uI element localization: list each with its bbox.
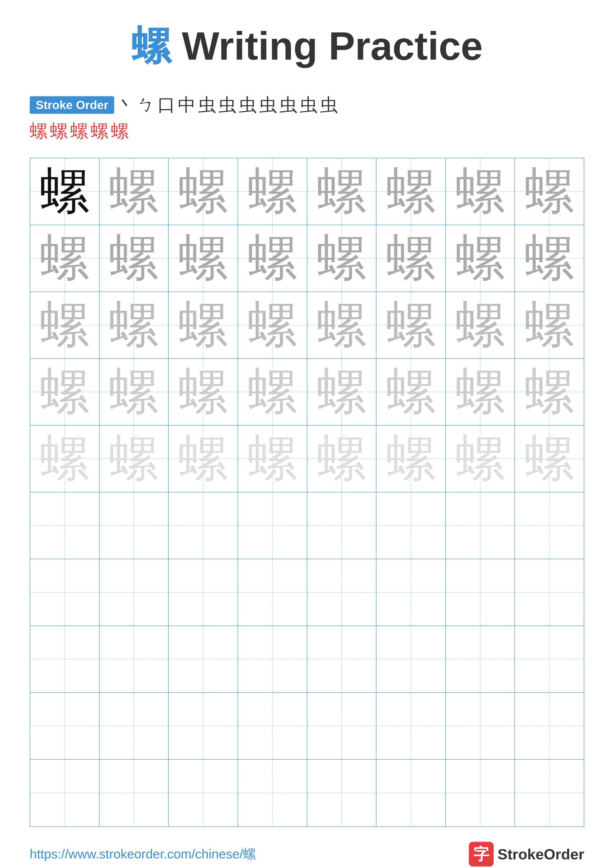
stroke-3: 口: [157, 93, 176, 117]
cell-3-4: 螺: [238, 292, 307, 359]
cell-9-2: [99, 693, 169, 760]
cell-8-2: [99, 626, 169, 693]
cell-6-8: [515, 492, 584, 559]
stroke-10: 虫: [300, 93, 317, 117]
cell-4-6: 螺: [376, 359, 446, 426]
cell-5-3: 螺: [169, 426, 238, 492]
char-4-6: 螺: [386, 367, 436, 417]
cell-1-5: 螺: [307, 158, 377, 225]
stroke-2: ㄅ: [137, 93, 155, 117]
cell-10-1: [30, 760, 99, 826]
cell-9-7: [446, 693, 515, 760]
cell-10-2: [99, 760, 169, 826]
cell-5-2: 螺: [99, 426, 169, 492]
grid-row-5: 螺 螺 螺 螺 螺 螺 螺: [30, 426, 584, 492]
stroke-order-row1: Stroke Order 丶 ㄅ 口 中 虫 虫 虫 虫 虫 虫 虫: [30, 93, 584, 117]
char-2-2: 螺: [109, 234, 159, 283]
char-5-3: 螺: [178, 434, 228, 484]
cell-1-8: 螺: [515, 158, 584, 225]
char-2-3: 螺: [178, 234, 228, 283]
cell-3-5: 螺: [307, 292, 377, 359]
cell-1-4: 螺: [238, 158, 307, 225]
practice-grid: 螺 螺 螺 螺 螺 螺 螺: [30, 158, 584, 827]
title-section: 螺 Writing Practice: [30, 20, 584, 73]
grid-row-6: [30, 492, 584, 559]
char-3-2: 螺: [109, 301, 159, 350]
cell-4-5: 螺: [307, 359, 377, 426]
grid-row-2: 螺 螺 螺 螺 螺 螺 螺: [30, 225, 584, 292]
cell-7-3: [169, 559, 238, 626]
stroke-14: 螺: [70, 119, 88, 143]
char-5-5: 螺: [317, 434, 366, 484]
footer-logo-text: StrokeOrder: [497, 846, 584, 863]
cell-8-6: [376, 626, 446, 693]
char-1-3: 螺: [178, 167, 228, 216]
cell-6-1: [30, 492, 99, 559]
stroke-6: 虫: [218, 93, 236, 117]
cell-4-2: 螺: [99, 359, 169, 426]
char-4-5: 螺: [317, 367, 366, 417]
cell-9-6: [376, 693, 446, 760]
cell-6-4: [238, 492, 307, 559]
stroke-4: 中: [178, 93, 196, 117]
cell-1-1: 螺: [30, 158, 99, 225]
title-char: 螺: [131, 24, 171, 68]
char-1-8: 螺: [525, 167, 574, 216]
cell-7-7: [446, 559, 515, 626]
cell-5-4: 螺: [238, 426, 307, 492]
cell-4-8: 螺: [515, 359, 584, 426]
cell-5-6: 螺: [376, 426, 446, 492]
cell-4-7: 螺: [446, 359, 515, 426]
grid-row-7: [30, 559, 584, 626]
stroke-15: 螺: [91, 119, 109, 143]
cell-1-6: 螺: [376, 158, 446, 225]
char-3-3: 螺: [178, 301, 228, 350]
grid-row-9: [30, 693, 584, 760]
cell-3-7: 螺: [446, 292, 515, 359]
cell-2-2: 螺: [99, 225, 169, 292]
stroke-order-section: Stroke Order 丶 ㄅ 口 中 虫 虫 虫 虫 虫 虫 虫 螺 螺 螺…: [30, 93, 584, 143]
char-2-4: 螺: [248, 234, 297, 283]
cell-6-5: [307, 492, 377, 559]
grid-row-1: 螺 螺 螺 螺 螺 螺 螺: [30, 158, 584, 225]
cell-3-8: 螺: [515, 292, 584, 359]
cell-2-8: 螺: [515, 225, 584, 292]
cell-4-3: 螺: [169, 359, 238, 426]
stroke-7: 虫: [239, 93, 256, 117]
cell-2-5: 螺: [307, 225, 377, 292]
char-4-4: 螺: [248, 367, 297, 417]
cell-7-1: [30, 559, 99, 626]
char-5-7: 螺: [455, 434, 505, 484]
char-2-8: 螺: [525, 234, 574, 283]
stroke-order-row2: 螺 螺 螺 螺 螺: [30, 119, 584, 143]
cell-3-6: 螺: [376, 292, 446, 359]
char-3-8: 螺: [525, 301, 574, 350]
cell-7-5: [307, 559, 377, 626]
char-5-6: 螺: [386, 434, 436, 484]
grid-row-3: 螺 螺 螺 螺 螺 螺 螺: [30, 292, 584, 359]
cell-9-1: [30, 693, 99, 760]
cell-7-6: [376, 559, 446, 626]
cell-6-2: [99, 492, 169, 559]
stroke-8: 虫: [259, 93, 277, 117]
char-1-1: 螺: [40, 167, 89, 216]
cell-2-6: 螺: [376, 225, 446, 292]
cell-10-8: [515, 760, 584, 826]
cell-5-7: 螺: [446, 426, 515, 492]
cell-9-3: [169, 693, 238, 760]
cell-10-7: [446, 760, 515, 826]
cell-2-7: 螺: [446, 225, 515, 292]
cell-8-7: [446, 626, 515, 693]
char-3-7: 螺: [455, 301, 505, 350]
char-3-6: 螺: [386, 301, 436, 350]
footer-url: https://www.strokeorder.com/chinese/螺: [30, 845, 256, 863]
cell-1-2: 螺: [99, 158, 169, 225]
cell-4-4: 螺: [238, 359, 307, 426]
char-4-2: 螺: [109, 367, 159, 417]
stroke-9: 虫: [280, 93, 297, 117]
char-2-1: 螺: [40, 234, 89, 283]
cell-1-3: 螺: [169, 158, 238, 225]
char-4-8: 螺: [525, 367, 574, 417]
cell-8-1: [30, 626, 99, 693]
cell-9-4: [238, 693, 307, 760]
